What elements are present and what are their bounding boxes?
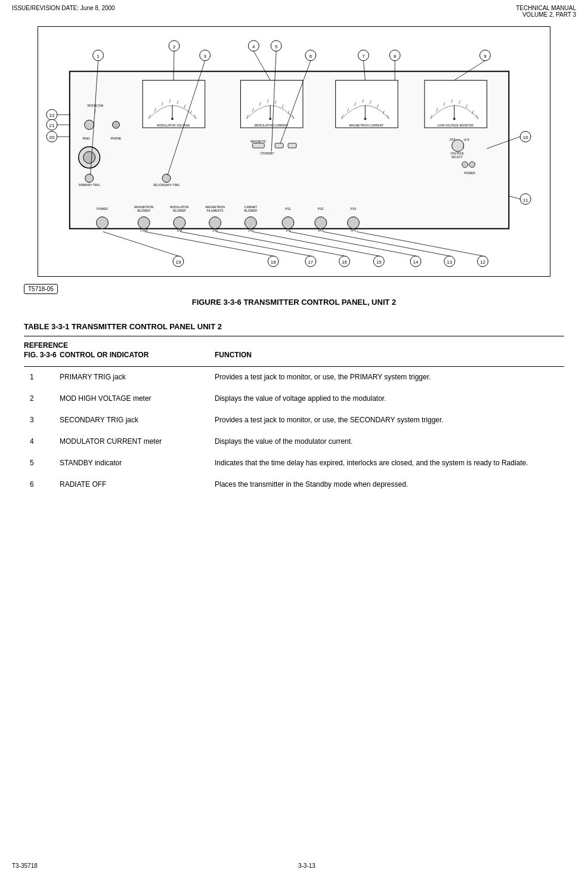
svg-rect-49: [425, 81, 487, 128]
divider: [24, 336, 564, 336]
svg-text:14: 14: [413, 259, 419, 265]
svg-line-140: [357, 231, 483, 256]
svg-text:PHONE: PHONE: [111, 137, 122, 140]
row-control: MODULATOR CURRENT meter: [60, 436, 215, 446]
svg-text:7: 7: [362, 54, 365, 59]
svg-text:VOLTAGE: VOLTAGE: [450, 152, 464, 155]
svg-text:LOW VOLTAGE MONITOR: LOW VOLTAGE MONITOR: [438, 124, 474, 127]
svg-line-158: [144, 231, 273, 256]
svg-text:MODULATOR CURRENT: MODULATOR CURRENT: [255, 124, 289, 127]
svg-rect-25: [240, 81, 303, 128]
svg-line-152: [216, 231, 345, 256]
svg-text:STANDBY: STANDBY: [261, 152, 275, 155]
column-headers: FIG. 3-3-6 CONTROL OR INDICATOR FUNCTION: [24, 351, 564, 360]
row-function: Provides a test jack to monitor, or use,…: [215, 372, 564, 382]
svg-text:5: 5: [275, 44, 278, 50]
table-rows: 1 PRIMARY TRIG jack Provides a test jack…: [24, 372, 564, 490]
svg-point-47: [364, 118, 366, 120]
row-function: Provides a test jack to monitor, or use,…: [215, 415, 564, 425]
svg-text:6A5: 6A5: [318, 229, 323, 232]
header-left: ISSUE/REVISION DATE: June 8, 2000: [12, 5, 115, 18]
svg-text:+0.8: +0.8: [463, 138, 469, 141]
svg-point-95: [282, 217, 294, 228]
svg-text:BLOWER: BLOWER: [245, 209, 258, 212]
page-header: ISSUE/REVISION DATE: June 8, 2000 TECHNI…: [0, 0, 588, 20]
svg-line-146: [289, 231, 416, 256]
svg-text:11: 11: [523, 197, 528, 203]
row-num: 4: [24, 436, 60, 446]
svg-text:MAGNETRON: MAGNETRON: [205, 206, 225, 209]
svg-point-93: [209, 217, 221, 228]
row-function: Places the transmitter in the Standby mo…: [215, 479, 564, 490]
svg-line-161: [103, 231, 178, 256]
row-control: MOD HIGH VOLTAGE meter: [60, 393, 215, 403]
svg-point-23: [171, 118, 174, 120]
row-control: SECONDARY TRIG jack: [60, 415, 215, 424]
svg-point-6: [112, 121, 119, 128]
row-num: 5: [24, 457, 60, 467]
svg-text:PS3: PS3: [351, 208, 357, 211]
row-control: STANDBY indicator: [60, 457, 215, 467]
svg-point-67: [452, 140, 464, 152]
svg-rect-77: [288, 143, 296, 148]
row-num: 1: [24, 372, 60, 381]
svg-text:20: 20: [49, 135, 55, 140]
svg-text:MODULATOR VOLTAGE: MODULATOR VOLTAGE: [157, 124, 190, 127]
svg-rect-13: [143, 81, 205, 128]
svg-point-90: [97, 217, 109, 228]
svg-text:FILAMENTS: FILAMENTS: [207, 209, 224, 212]
table-section: TABLE 3-3-1 TRANSMITTER CONTROL PANEL UN…: [24, 322, 564, 490]
col-function: FUNCTION: [215, 351, 564, 359]
svg-point-35: [269, 118, 271, 120]
svg-point-12: [162, 174, 171, 183]
svg-text:1 6A5: 1 6A5: [140, 229, 148, 232]
row-control: RADIATE OFF: [60, 479, 215, 489]
row-control: PRIMARY TRIG jack: [60, 372, 215, 381]
main-content: INTERCOM RING PHONE PRIMARY TRIG SECONDA…: [0, 20, 588, 512]
svg-text:16: 16: [342, 259, 347, 265]
svg-point-69: [462, 162, 468, 168]
table-row: 5 STANDBY indicator Indicates that the t…: [24, 457, 564, 468]
reference-label: REFERENCE: [24, 341, 564, 350]
svg-text:MODULATOR: MODULATOR: [170, 206, 189, 209]
svg-point-8: [83, 152, 95, 163]
row-function: Indicates that the time delay has expire…: [215, 457, 564, 468]
table-title: TABLE 3-3-1 TRANSMITTER CONTROL PANEL UN…: [24, 322, 564, 331]
svg-text:BLOWER: BLOWER: [137, 209, 150, 212]
svg-text:21: 21: [49, 123, 55, 128]
svg-point-59: [453, 118, 456, 120]
svg-text:MAGNETRON  CURRENT: MAGNETRON CURRENT: [349, 124, 383, 127]
svg-point-91: [138, 217, 150, 228]
svg-text:10: 10: [523, 135, 528, 140]
table-row: 4 MODULATOR CURRENT meter Displays the v…: [24, 436, 564, 447]
svg-text:17: 17: [308, 259, 313, 265]
divider2: [24, 366, 564, 367]
svg-text:9: 9: [484, 54, 487, 59]
figure-caption: FIGURE 3-3-6 TRANSMITTER CONTROL PANEL, …: [192, 298, 397, 307]
svg-point-11: [85, 174, 94, 183]
table-row: 2 MOD HIGH VOLTAGE meter Displays the va…: [24, 393, 564, 404]
svg-text:15: 15: [376, 259, 382, 265]
row-num: 3: [24, 415, 60, 424]
svg-text:6A5: 6A5: [351, 229, 356, 232]
footer-center: 3-3-13: [298, 863, 315, 869]
svg-text:18: 18: [271, 259, 276, 265]
table-row: 1 PRIMARY TRIG jack Provides a test jack…: [24, 372, 564, 382]
svg-text:2: 2: [173, 44, 176, 50]
footer-left: T3-35718: [12, 863, 38, 869]
svg-line-149: [252, 231, 379, 256]
svg-point-94: [245, 217, 256, 228]
svg-rect-76: [275, 143, 283, 148]
svg-line-143: [323, 231, 450, 256]
svg-text:POWER: POWER: [97, 208, 108, 211]
svg-point-92: [174, 217, 185, 228]
svg-text:MAGNETRON: MAGNETRON: [134, 206, 154, 209]
svg-text:1: 1: [97, 54, 100, 59]
svg-text:4: 4: [252, 44, 255, 50]
svg-text:PS1: PS1: [285, 208, 291, 211]
svg-point-5: [85, 120, 94, 129]
svg-line-155: [180, 231, 311, 256]
t-number-container: T5718-05: [24, 282, 58, 294]
svg-point-70: [469, 162, 475, 168]
row-function: Displays the value of voltage applied to…: [215, 393, 564, 404]
